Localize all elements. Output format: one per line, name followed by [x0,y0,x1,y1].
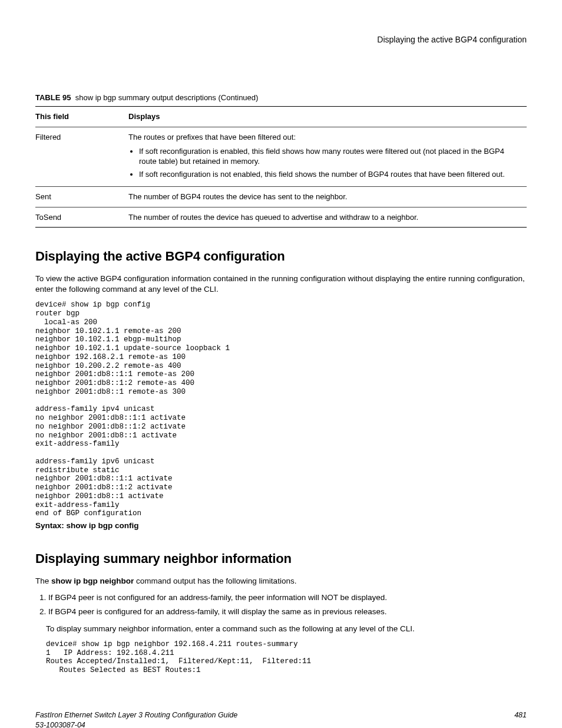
list-item: If BGP4 peer is not configured for an ad… [48,592,527,603]
page-header-right: Displaying the active BGP4 configuration [35,34,527,45]
output-descriptions-table: This field Displays Filtered The routes … [35,106,527,228]
numbered-list: If BGP4 peer is not configured for an ad… [35,592,527,617]
field-desc: The number of BGP4 routes the device has… [128,187,527,207]
field-desc: The number of routes the device has queu… [128,207,527,228]
bullet-list: If soft reconfiguration is enabled, this… [128,146,522,180]
field-name: Sent [35,187,128,207]
section-paragraph: To view the active BGP4 configuration in… [35,274,527,295]
table-number: TABLE 95 [35,93,71,102]
footer-left: FastIron Ethernet Switch Layer 3 Routing… [35,710,237,728]
footer-title: FastIron Ethernet Switch Layer 3 Routing… [35,711,237,719]
code-block-neighbor: device# show ip bgp neighbor 192.168.4.2… [46,640,527,675]
bullet-item: If soft reconfiguration is not enabled, … [139,169,522,180]
table-caption-text: show ip bgp summary output descriptions … [75,93,259,102]
syntax-line: Syntax: show ip bgp config [35,521,527,531]
table-caption: TABLE 95 show ip bgp summary output desc… [35,93,527,103]
table-row: ToSend The number of routes the device h… [35,207,527,228]
section-paragraph: The show ip bgp neighbor command output … [35,576,527,587]
table-row: Sent The number of BGP4 routes the devic… [35,187,527,207]
section-heading-active-config: Displaying the active BGP4 configuration [35,248,527,265]
field-name: Filtered [35,127,128,186]
field-intro: The routes or prefixes that have been fi… [128,133,296,141]
table-header-displays: Displays [128,107,527,127]
footer-page-number: 481 [514,710,527,728]
field-desc: The routes or prefixes that have been fi… [128,127,527,186]
bullet-item: If soft reconfiguration is enabled, this… [139,146,522,167]
indented-paragraph: To display summary neighbor information,… [46,624,527,634]
field-name: ToSend [35,207,128,228]
code-block-config: device# show ip bgp config router bgp lo… [35,301,527,518]
page-footer: FastIron Ethernet Switch Layer 3 Routing… [35,710,527,728]
command-name: show ip bgp neighbor [51,577,134,585]
table-header-field: This field [35,107,128,127]
table-row: Filtered The routes or prefixes that hav… [35,127,527,186]
footer-docnum: 53-1003087-04 [35,721,85,728]
section-heading-neighbor-info: Displaying summary neighbor information [35,550,527,568]
list-item: If BGP4 peer is configured for an addres… [48,607,527,617]
